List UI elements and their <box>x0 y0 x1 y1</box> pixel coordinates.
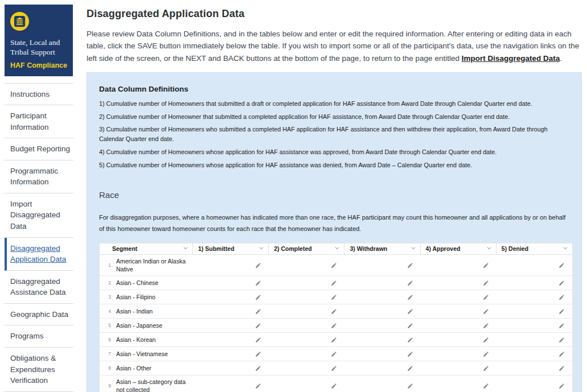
edit-pencil-icon[interactable] <box>559 323 565 329</box>
editable-value-cell[interactable] <box>421 280 496 286</box>
editable-value-cell[interactable] <box>344 294 420 300</box>
edit-pencil-icon[interactable] <box>483 351 489 357</box>
editable-value-cell[interactable] <box>193 308 269 315</box>
edit-pencil-icon[interactable] <box>407 308 413 315</box>
editable-value-cell[interactable] <box>344 262 420 269</box>
sidebar-item-geographic-data[interactable]: Geographic Data <box>5 304 73 326</box>
edit-pencil-icon[interactable] <box>255 351 261 357</box>
edit-pencil-icon[interactable] <box>331 365 337 372</box>
edit-pencil-icon[interactable] <box>559 280 565 286</box>
edit-pencil-icon[interactable] <box>559 383 565 389</box>
chevron-down-icon[interactable] <box>486 245 492 252</box>
editable-value-cell[interactable] <box>193 323 269 329</box>
edit-pencil-icon[interactable] <box>331 280 337 286</box>
editable-value-cell[interactable] <box>193 262 269 269</box>
edit-pencil-icon[interactable] <box>559 365 565 372</box>
editable-value-cell[interactable] <box>421 351 496 357</box>
editable-value-cell[interactable] <box>269 383 344 389</box>
editable-value-cell[interactable] <box>496 294 572 300</box>
edit-pencil-icon[interactable] <box>559 294 565 300</box>
edit-pencil-icon[interactable] <box>559 337 565 343</box>
sidebar-item-disaggregated-assistance-data[interactable]: Disaggregated Assistance Data <box>5 271 73 304</box>
editable-value-cell[interactable] <box>421 383 496 389</box>
editable-value-cell[interactable] <box>269 323 344 329</box>
editable-value-cell[interactable] <box>496 337 572 343</box>
edit-pencil-icon[interactable] <box>331 351 337 357</box>
editable-value-cell[interactable] <box>344 365 420 372</box>
edit-pencil-icon[interactable] <box>255 262 261 269</box>
editable-value-cell[interactable] <box>344 337 420 343</box>
editable-value-cell[interactable] <box>269 351 344 357</box>
editable-value-cell[interactable] <box>496 365 572 372</box>
editable-value-cell[interactable] <box>344 280 420 286</box>
edit-pencil-icon[interactable] <box>255 365 261 372</box>
edit-pencil-icon[interactable] <box>483 308 489 315</box>
column-header-2-completed[interactable]: 2) Completed <box>269 244 344 254</box>
sidebar-item-obligations-expenditures-verification[interactable]: Obligations & Expenditures Verification <box>5 348 73 392</box>
editable-value-cell[interactable] <box>344 308 420 315</box>
edit-pencil-icon[interactable] <box>407 383 413 389</box>
editable-value-cell[interactable] <box>269 337 344 343</box>
chevron-down-icon[interactable] <box>563 245 568 252</box>
import-disaggregated-data-link[interactable]: Import Disaggregated Data <box>462 54 560 63</box>
editable-value-cell[interactable] <box>421 262 496 269</box>
edit-pencil-icon[interactable] <box>559 262 565 269</box>
edit-pencil-icon[interactable] <box>483 262 489 269</box>
edit-pencil-icon[interactable] <box>407 262 413 269</box>
chevron-down-icon[interactable] <box>411 245 416 252</box>
edit-pencil-icon[interactable] <box>407 280 413 286</box>
edit-pencil-icon[interactable] <box>255 383 261 389</box>
editable-value-cell[interactable] <box>193 351 269 357</box>
editable-value-cell[interactable] <box>344 351 420 357</box>
editable-value-cell[interactable] <box>496 262 572 269</box>
sidebar-item-programs[interactable]: Programs <box>5 325 73 348</box>
editable-value-cell[interactable] <box>496 351 572 357</box>
edit-pencil-icon[interactable] <box>407 351 413 357</box>
editable-value-cell[interactable] <box>269 308 344 315</box>
chevron-down-icon[interactable] <box>334 245 340 252</box>
editable-value-cell[interactable] <box>269 294 344 300</box>
editable-value-cell[interactable] <box>496 383 572 389</box>
edit-pencil-icon[interactable] <box>483 323 489 329</box>
edit-pencil-icon[interactable] <box>483 280 489 286</box>
edit-pencil-icon[interactable] <box>407 323 413 329</box>
edit-pencil-icon[interactable] <box>559 351 565 357</box>
editable-value-cell[interactable] <box>496 308 572 315</box>
edit-pencil-icon[interactable] <box>331 294 337 300</box>
chevron-down-icon[interactable] <box>258 245 264 252</box>
edit-pencil-icon[interactable] <box>331 337 337 343</box>
editable-value-cell[interactable] <box>193 337 269 343</box>
edit-pencil-icon[interactable] <box>483 365 489 372</box>
sidebar-item-participant-information[interactable]: Participant Information <box>5 105 73 138</box>
editable-value-cell[interactable] <box>421 323 496 329</box>
edit-pencil-icon[interactable] <box>407 294 413 300</box>
edit-pencil-icon[interactable] <box>331 262 337 269</box>
edit-pencil-icon[interactable] <box>255 337 261 343</box>
edit-pencil-icon[interactable] <box>483 383 489 389</box>
edit-pencil-icon[interactable] <box>331 308 337 315</box>
sidebar-item-import-disaggregated-data[interactable]: Import Disaggregated Data <box>5 193 73 238</box>
editable-value-cell[interactable] <box>496 323 572 329</box>
column-header-segment[interactable]: Segment <box>100 244 193 254</box>
editable-value-cell[interactable] <box>344 383 420 389</box>
editable-value-cell[interactable] <box>421 294 496 300</box>
editable-value-cell[interactable] <box>421 308 496 315</box>
column-header-1-submitted[interactable]: 1) Submitted <box>193 244 269 254</box>
editable-value-cell[interactable] <box>496 280 572 286</box>
editable-value-cell[interactable] <box>193 383 269 389</box>
editable-value-cell[interactable] <box>421 337 496 343</box>
edit-pencil-icon[interactable] <box>331 383 337 389</box>
edit-pencil-icon[interactable] <box>255 294 261 300</box>
edit-pencil-icon[interactable] <box>331 323 337 329</box>
edit-pencil-icon[interactable] <box>255 280 261 286</box>
chevron-down-icon[interactable] <box>183 245 188 252</box>
edit-pencil-icon[interactable] <box>255 308 261 315</box>
sidebar-item-budget-reporting[interactable]: Budget Reporting <box>5 138 73 160</box>
edit-pencil-icon[interactable] <box>559 308 565 315</box>
editable-value-cell[interactable] <box>269 262 344 269</box>
editable-value-cell[interactable] <box>421 365 496 372</box>
sidebar-item-instructions[interactable]: Instructions <box>5 84 73 106</box>
edit-pencil-icon[interactable] <box>483 294 489 300</box>
edit-pencil-icon[interactable] <box>407 337 413 343</box>
column-header-3-withdrawn[interactable]: 3) Withdrawn <box>344 244 420 254</box>
